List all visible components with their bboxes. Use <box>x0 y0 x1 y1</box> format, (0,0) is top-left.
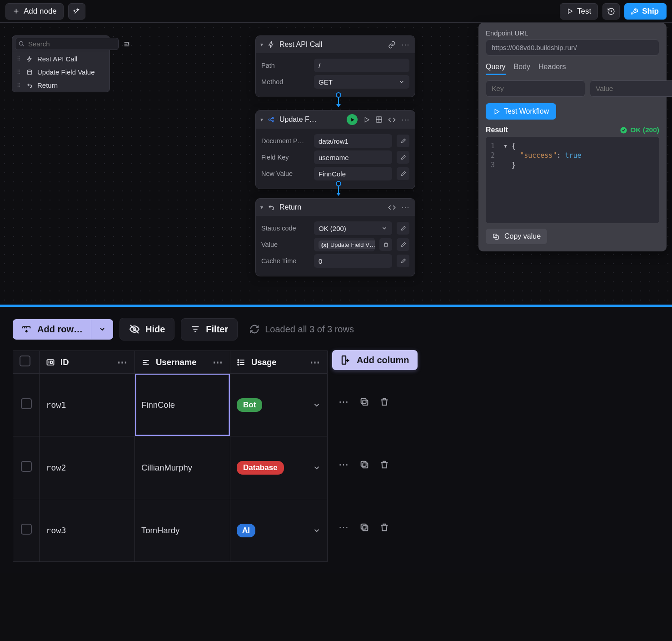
database-icon <box>26 69 33 75</box>
path-input[interactable]: / <box>314 59 409 72</box>
document-path-input[interactable]: data/row1 <box>314 134 392 148</box>
chevron-down-icon[interactable] <box>313 464 321 472</box>
code-icon[interactable] <box>388 204 396 211</box>
drag-handle-icon: ⠿ <box>17 69 21 75</box>
trash-icon[interactable] <box>379 522 389 532</box>
username-cell[interactable]: CillianMurphy <box>135 436 230 499</box>
row-checkbox[interactable] <box>21 398 32 409</box>
lightning-icon <box>26 56 33 62</box>
id-cell[interactable]: row1 <box>40 374 135 436</box>
edit-button[interactable] <box>397 255 409 267</box>
node-more-button[interactable]: ⋯ <box>401 202 410 212</box>
play-outline-icon[interactable] <box>363 116 370 123</box>
row-more-button[interactable]: ⋯ <box>338 396 349 408</box>
test-workflow-button[interactable]: Test Workflow <box>486 103 556 120</box>
collapse-palette-button[interactable] <box>121 39 132 50</box>
row-more-button[interactable]: ⋯ <box>338 521 349 533</box>
test-button[interactable]: Test <box>560 3 598 20</box>
column-more-button[interactable]: ⋯ <box>310 356 321 368</box>
node-palette: ⠿ Rest API Call ⠿ Update Field Value ⠿ R… <box>12 35 110 92</box>
copy-icon[interactable] <box>359 397 369 407</box>
copy-icon[interactable] <box>359 522 369 532</box>
history-icon <box>607 7 615 15</box>
node-collapse-toggle[interactable]: ▾ <box>260 116 263 123</box>
link-icon[interactable] <box>388 41 396 49</box>
palette-item-return[interactable]: ⠿ Return <box>12 79 110 92</box>
copy-icon[interactable] <box>359 460 369 470</box>
id-cell[interactable]: row2 <box>40 436 135 499</box>
result-code[interactable]: 1 ▾ { 2 "success": true 3 } <box>486 137 659 223</box>
hide-button[interactable]: Hide <box>119 318 174 341</box>
node-collapse-toggle[interactable]: ▾ <box>260 204 263 210</box>
username-cell[interactable]: TomHardy <box>135 499 230 562</box>
edit-button[interactable] <box>397 135 409 147</box>
add-node-button[interactable]: Add node <box>5 3 64 20</box>
id-icon <box>46 358 55 367</box>
usage-cell[interactable]: AI <box>230 499 328 562</box>
magic-button[interactable] <box>68 3 85 20</box>
node-rest-api[interactable]: ▾ Rest API Call ⋯ Path / Method GET <box>255 35 415 97</box>
test-label: Test <box>577 7 591 16</box>
edit-button[interactable] <box>397 222 409 235</box>
add-column-button[interactable]: Add column <box>332 350 418 370</box>
usage-cell[interactable]: Bot <box>230 374 328 436</box>
node-collapse-toggle[interactable]: ▾ <box>260 41 263 48</box>
svg-point-3 <box>336 93 341 97</box>
tab-query[interactable]: Query <box>486 63 506 75</box>
filter-button[interactable]: Filter <box>181 318 238 341</box>
connector-icon <box>335 92 342 109</box>
ship-button[interactable]: Ship <box>624 3 667 20</box>
history-button[interactable] <box>602 3 620 20</box>
palette-item-rest-api[interactable]: ⠿ Rest API Call <box>12 52 110 65</box>
code-icon[interactable] <box>388 116 396 124</box>
chevron-down-icon[interactable] <box>313 401 321 409</box>
add-row-button-group: Add row… <box>13 319 113 340</box>
status-code-select[interactable]: OK (200) <box>314 221 392 235</box>
node-update-field[interactable]: ▾ Update F… ⋯ Document P… data/row1 <box>255 110 415 189</box>
value-input[interactable]: (x) Update Field V… <box>314 238 375 251</box>
add-row-button[interactable]: Add row… <box>13 319 91 340</box>
edit-button[interactable] <box>397 151 409 164</box>
trash-icon[interactable] <box>379 397 389 407</box>
edit-button[interactable] <box>397 167 409 180</box>
method-select[interactable]: GET <box>314 75 409 89</box>
document-path-label: Document P… <box>261 137 309 145</box>
param-key-input[interactable] <box>486 80 585 97</box>
return-icon <box>26 82 33 89</box>
palette-item-update-field[interactable]: ⠿ Update Field Value <box>12 65 110 79</box>
column-more-button[interactable]: ⋯ <box>213 356 224 368</box>
column-more-button[interactable]: ⋯ <box>117 356 128 368</box>
usage-cell[interactable]: Database <box>230 436 328 499</box>
field-key-input[interactable]: username <box>314 150 392 164</box>
grid-icon[interactable] <box>375 116 383 123</box>
tab-body[interactable]: Body <box>514 63 530 75</box>
select-all-checkbox[interactable] <box>20 356 30 366</box>
username-cell[interactable]: FinnCole <box>135 374 230 436</box>
chevron-down-icon[interactable] <box>313 526 321 535</box>
eye-off-icon <box>129 324 140 335</box>
node-more-button[interactable]: ⋯ <box>401 115 410 125</box>
trash-icon <box>383 242 389 248</box>
cache-time-input[interactable]: 0 <box>314 254 392 268</box>
row-more-button[interactable]: ⋯ <box>338 459 349 471</box>
svg-point-0 <box>635 10 636 10</box>
run-node-button[interactable] <box>347 114 358 125</box>
svg-rect-24 <box>363 526 368 531</box>
row-checkbox[interactable] <box>21 524 32 535</box>
new-value-input[interactable]: FinnCole <box>314 167 392 180</box>
row-checkbox[interactable] <box>21 461 32 472</box>
delete-value-button[interactable] <box>379 238 392 251</box>
edit-button[interactable] <box>397 238 409 251</box>
add-column-icon <box>340 355 351 366</box>
trash-icon[interactable] <box>379 460 389 470</box>
id-cell[interactable]: row3 <box>40 499 135 562</box>
tab-headers[interactable]: Headers <box>538 63 566 75</box>
node-more-button[interactable]: ⋯ <box>401 40 410 50</box>
endpoint-url-input[interactable] <box>486 40 659 55</box>
node-return[interactable]: ▾ Return ⋯ Status code OK (200) Value <box>255 198 415 276</box>
svg-rect-19 <box>342 356 346 364</box>
param-value-input[interactable] <box>590 80 672 97</box>
node-search-input[interactable] <box>15 38 119 50</box>
copy-value-button[interactable]: Copy value <box>486 229 547 244</box>
add-row-dropdown[interactable] <box>91 320 113 339</box>
